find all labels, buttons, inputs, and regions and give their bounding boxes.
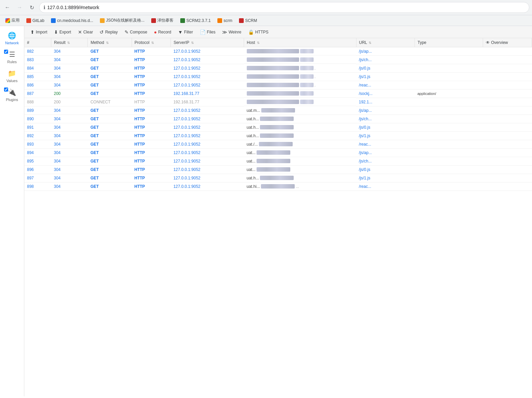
col-header-hash[interactable]: # xyxy=(24,38,51,47)
cell-host: uat.h... xyxy=(244,115,356,123)
col-header-serverip[interactable]: ServerIP ⇅ xyxy=(171,38,244,47)
table-row[interactable]: 891304GETHTTP127.0.0.1:9052uat.h.../js/0… xyxy=(24,123,532,132)
cell-type xyxy=(415,182,483,191)
cell-protocol: HTTP xyxy=(132,132,171,140)
address-bar[interactable]: ℹ 127.0.0.1:8899/#network xyxy=(39,2,529,13)
col-header-overview[interactable]: 👁 Overview xyxy=(483,38,532,47)
table-row[interactable]: 885304GETHTTP127.0.0.1:9052./js/1.js xyxy=(24,73,532,81)
table-row[interactable]: 892304GETHTTP127.0.0.1:9052uat.h.../js/1… xyxy=(24,132,532,140)
cell-method: GET xyxy=(88,47,132,56)
devtools-container: 🌐 Network ☰ Rules 📁 Values 🔌 Plugins ⬆ I… xyxy=(0,26,532,396)
forward-button[interactable]: → xyxy=(15,3,24,12)
table-row[interactable]: 887200GETHTTP192.168.31.77/sockj...appli… xyxy=(24,90,532,98)
cell-url: /reac... xyxy=(356,140,415,149)
sidebar-item-plugins[interactable]: 🔌 Plugins xyxy=(1,85,23,104)
col-header-type[interactable]: Type xyxy=(415,38,483,47)
table-wrapper[interactable]: # Result ⇅ Method ⇅ Protocol ⇅ ServerIP … xyxy=(24,38,532,396)
plugins-checkbox[interactable] xyxy=(4,88,8,92)
bookmark-gitlab[interactable]: GitLab xyxy=(24,17,47,24)
cell-result: 200 xyxy=(51,90,88,98)
table-header-row: # Result ⇅ Method ⇅ Protocol ⇅ ServerIP … xyxy=(24,38,532,47)
cell-url: /js/ap... xyxy=(356,47,415,56)
cell-method: GET xyxy=(88,123,132,132)
col-header-protocol[interactable]: Protocol ⇅ xyxy=(132,38,171,47)
cell-url: /js/0.js xyxy=(356,166,415,174)
bookmark-apps[interactable]: 应用 xyxy=(3,17,22,24)
cell-url: /js/1.js xyxy=(356,132,415,140)
col-header-result[interactable]: Result ⇅ xyxy=(51,38,88,47)
cell-protocol: HTTP xyxy=(132,174,171,182)
cell-serverip: 127.0.0.1:9052 xyxy=(171,174,244,182)
reload-button[interactable]: ↻ xyxy=(27,3,36,12)
cell-host: uat... xyxy=(244,157,356,166)
json-label: JSON在线解析及格... xyxy=(106,18,144,23)
col-header-host[interactable]: Host ⇅ xyxy=(244,38,356,47)
replay-button[interactable]: ↺ Replay xyxy=(96,28,121,36)
col-header-url[interactable]: URL ⇅ xyxy=(356,38,415,47)
table-row[interactable]: 886304GETHTTP127.0.0.1:9052./reac... xyxy=(24,81,532,90)
bookmark-json[interactable]: JSON在线解析及格... xyxy=(97,17,147,24)
table-row[interactable]: 890304GETHTTP127.0.0.1:9052uat.h.../js/c… xyxy=(24,115,532,123)
sidebar-item-network[interactable]: 🌐 Network xyxy=(1,29,23,48)
import-label: Import xyxy=(36,30,47,34)
clear-button[interactable]: ✕ Clear xyxy=(75,28,97,36)
table-row[interactable]: 889304GETHTTP127.0.0.1:9052uat.m.../js/a… xyxy=(24,106,532,115)
sidebar-item-values[interactable]: 📁 Values xyxy=(1,67,23,85)
table-row[interactable]: 894304GETHTTP127.0.0.1:9052uat.../js/ap.… xyxy=(24,149,532,157)
compose-icon: ✎ xyxy=(125,29,129,35)
cell-protocol: HTTP xyxy=(132,64,171,73)
cell-host xyxy=(244,98,356,106)
table-row[interactable]: 898304GETHTTP127.0.0.1:9052uat.hi....../… xyxy=(24,182,532,191)
table-row[interactable]: 884304GETHTTP127.0.0.1:9052./js/0.js xyxy=(24,64,532,73)
cell-id: 885 xyxy=(24,73,51,81)
col-header-method[interactable]: Method ⇅ xyxy=(88,38,132,47)
cell-protocol: HTTP xyxy=(132,182,171,191)
bookmark-medcloud[interactable]: cn.medcloud.his.d... xyxy=(48,17,96,24)
cell-result: 304 xyxy=(51,132,88,140)
bookmark-scrm1[interactable]: SCRM2.3.7.1 xyxy=(178,17,213,24)
rules-checkbox[interactable] xyxy=(4,50,8,54)
bookmark-scrm2[interactable]: scrm xyxy=(215,17,235,24)
values-label: Values xyxy=(6,79,18,83)
table-row[interactable]: 893304GETHTTP127.0.0.1:9052uat./.../reac… xyxy=(24,140,532,149)
sort-icon-protocol: ⇅ xyxy=(151,41,154,45)
export-icon: ⬇ xyxy=(54,29,58,35)
table-row[interactable]: 895304GETHTTP127.0.0.1:9052uat.../js/ch.… xyxy=(24,157,532,166)
cell-overview xyxy=(483,47,532,56)
sidebar-item-rules[interactable]: ☰ Rules xyxy=(1,48,23,67)
cell-result: 304 xyxy=(51,64,88,73)
https-button[interactable]: 🔒 HTTPS xyxy=(245,28,272,36)
bookmark-scrm3[interactable]: SCRM xyxy=(236,17,260,24)
table-row[interactable]: 897304GETHTTP127.0.0.1:9052uat.h.../js/1… xyxy=(24,174,532,182)
cell-serverip: 127.0.0.1:9052 xyxy=(171,157,244,166)
table-row[interactable]: 882304GETHTTP127.0.0.1:9052/js/ap... xyxy=(24,47,532,56)
back-button[interactable]: ← xyxy=(3,3,12,12)
cell-type: application/ xyxy=(415,90,483,98)
filter-button[interactable]: ▼ Filter xyxy=(175,28,196,36)
cell-method: GET xyxy=(88,81,132,90)
compose-button[interactable]: ✎ Compose xyxy=(121,28,151,36)
values-icon: 📁 xyxy=(8,69,16,77)
table-row[interactable]: 883304GETHTTP127.0.0.1:9052/js/ch... xyxy=(24,56,532,64)
import-button[interactable]: ⬆ Import xyxy=(27,28,51,36)
weinre-button[interactable]: ≫ Weinre xyxy=(219,28,245,36)
scrm1-label: SCRM2.3.7.1 xyxy=(186,18,211,23)
cell-id: 896 xyxy=(24,166,51,174)
cell-result: 304 xyxy=(51,81,88,90)
cell-id: 882 xyxy=(24,47,51,56)
cell-serverip: 127.0.0.1:9052 xyxy=(171,132,244,140)
export-button[interactable]: ⬇ Export xyxy=(51,28,75,36)
bookmark-mail1[interactable]: 泽怡摹客 xyxy=(149,17,176,24)
cell-serverip: 127.0.0.1:9052 xyxy=(171,56,244,64)
cell-id: 898 xyxy=(24,182,51,191)
cell-method: GET xyxy=(88,115,132,123)
record-button[interactable]: ● Record xyxy=(151,28,175,36)
cell-id: 883 xyxy=(24,56,51,64)
cell-serverip: 127.0.0.1:9052 xyxy=(171,47,244,56)
cell-type xyxy=(415,106,483,115)
cell-protocol: HTTP xyxy=(132,106,171,115)
table-row[interactable]: 888200CONNECTHTTP192.168.31.77192.1... xyxy=(24,98,532,106)
files-button[interactable]: 📄 Files xyxy=(196,28,219,36)
cell-method: GET xyxy=(88,73,132,81)
table-row[interactable]: 896304GETHTTP127.0.0.1:9052uat.../js/0.j… xyxy=(24,166,532,174)
